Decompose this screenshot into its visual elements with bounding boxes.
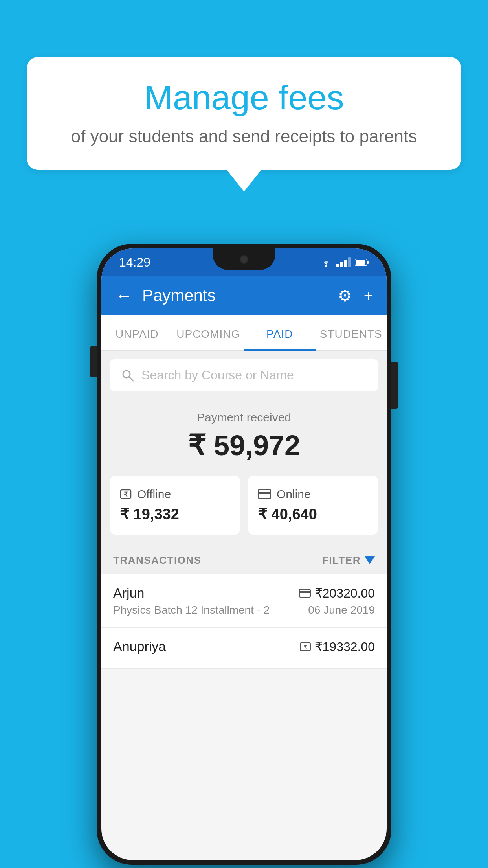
svg-text:₹: ₹: [124, 491, 128, 498]
notch: [213, 248, 275, 270]
tab-students[interactable]: STUDENTS: [316, 315, 387, 350]
tab-upcoming[interactable]: UPCOMING: [173, 315, 244, 350]
filter-button[interactable]: FILTER: [322, 554, 375, 566]
offline-card-header: ₹ Offline: [120, 487, 230, 501]
transaction-amount-wrap: ₹ ₹19332.00: [300, 639, 375, 654]
status-icons: [320, 257, 369, 267]
transaction-item: Arjun ₹20320.00 Physics Batch 12 Install…: [101, 574, 387, 628]
camera: [240, 255, 248, 264]
payment-amount: ₹ 59,972: [113, 429, 375, 462]
transaction-name: Arjun: [113, 585, 144, 601]
speech-bubble-arrow: [227, 170, 261, 191]
add-icon[interactable]: +: [364, 287, 373, 305]
online-amount: ₹ 40,640: [258, 506, 368, 523]
svg-marker-10: [365, 556, 375, 564]
search-bar[interactable]: Search by Course or Name: [110, 359, 378, 391]
svg-point-0: [325, 265, 327, 267]
online-label: Online: [277, 487, 311, 501]
rupee-card-icon: ₹: [120, 488, 132, 500]
svg-text:₹: ₹: [304, 644, 307, 650]
signal-icon: [336, 257, 351, 267]
svg-rect-12: [299, 591, 310, 593]
transaction-name: Anupriya: [113, 639, 166, 654]
tab-unpaid[interactable]: UNPAID: [101, 315, 173, 350]
status-bar: 14:29: [101, 248, 387, 276]
app-bar-actions: ⚙ +: [338, 287, 373, 305]
online-card: Online ₹ 40,640: [248, 476, 378, 535]
transactions-label: TRANSACTIONS: [113, 554, 202, 566]
credit-card-icon: [258, 489, 271, 499]
status-time: 14:29: [119, 255, 150, 270]
transaction-item: Anupriya ₹ ₹19332.00: [101, 628, 387, 669]
speech-bubble: Manage fees of your students and send re…: [27, 57, 461, 170]
tab-paid[interactable]: PAID: [244, 315, 316, 350]
transaction-row-top: Arjun ₹20320.00: [113, 585, 375, 601]
transaction-date: 06 June 2019: [308, 604, 375, 616]
svg-rect-3: [356, 260, 365, 265]
payment-card-icon: [299, 589, 311, 598]
offline-label: Offline: [137, 487, 171, 501]
svg-rect-2: [367, 261, 369, 264]
svg-rect-9: [258, 492, 271, 494]
transaction-row-top: Anupriya ₹ ₹19332.00: [113, 639, 375, 654]
transaction-amount: ₹20320.00: [315, 586, 375, 601]
search-icon: [121, 369, 134, 382]
transaction-course: Physics Batch 12 Installment - 2: [113, 604, 270, 616]
svg-line-5: [129, 377, 133, 381]
payment-rupee-icon: ₹: [300, 642, 311, 651]
speech-bubble-section: Manage fees of your students and send re…: [27, 57, 461, 191]
payment-received-label: Payment received: [113, 411, 375, 424]
phone-outer: 14:29: [97, 244, 391, 865]
offline-card: ₹ Offline ₹ 19,332: [110, 476, 240, 535]
search-placeholder: Search by Course or Name: [141, 368, 294, 383]
transaction-amount-wrap: ₹20320.00: [299, 586, 375, 601]
back-button[interactable]: ←: [115, 286, 132, 305]
online-card-header: Online: [258, 487, 368, 501]
app-bar-title: Payments: [142, 286, 328, 305]
settings-icon[interactable]: ⚙: [338, 287, 352, 305]
transaction-amount: ₹19332.00: [315, 639, 375, 654]
payment-summary: Payment received ₹ 59,972: [101, 391, 387, 476]
content-area: Search by Course or Name Payment receive…: [101, 351, 387, 669]
battery-icon: [355, 258, 369, 266]
phone-screen: 14:29: [101, 248, 387, 860]
wifi-icon: [320, 257, 332, 267]
speech-bubble-subtitle: of your students and send receipts to pa…: [50, 127, 438, 146]
phone-wrapper: 14:29: [97, 244, 391, 865]
tabs-bar: UNPAID UPCOMING PAID STUDENTS: [101, 315, 387, 351]
payment-cards: ₹ Offline ₹ 19,332 Onl: [101, 476, 387, 546]
offline-amount: ₹ 19,332: [120, 506, 230, 523]
transaction-list: Arjun ₹20320.00 Physics Batch 12 Install…: [101, 574, 387, 669]
filter-icon: [365, 556, 375, 565]
app-bar: ← Payments ⚙ +: [101, 276, 387, 315]
speech-bubble-title: Manage fees: [50, 79, 438, 117]
transaction-row-bottom: Physics Batch 12 Installment - 2 06 June…: [113, 604, 375, 616]
transactions-header: TRANSACTIONS FILTER: [101, 546, 387, 574]
